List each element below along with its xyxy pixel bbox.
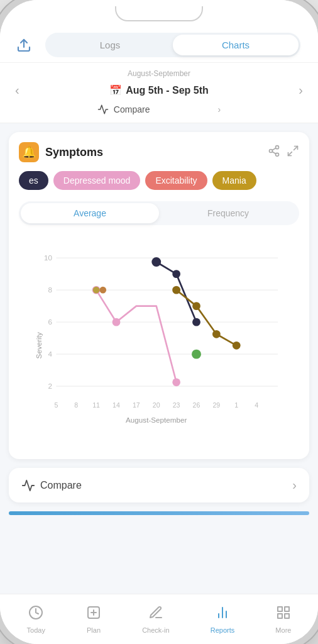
svg-text:August-September: August-September [126,416,187,424]
svg-text:23: 23 [173,401,180,409]
olive-dot [93,287,100,294]
tab-group: Logs Charts [45,33,300,57]
top-nav: Logs Charts [0,28,318,63]
notch [115,6,203,21]
toggle-frequency[interactable]: Frequency [159,203,297,223]
share-icon[interactable] [268,145,280,160]
tag-excitability[interactable]: Excitability [145,171,207,190]
dark-dot-3 [192,318,200,326]
symptoms-chart: Severity 10 8 6 4 2 5 8 [19,235,299,449]
date-range[interactable]: 📅 Aug 5th - Sep 5th [109,84,209,96]
gold-dot-4 [233,341,241,350]
compare-bottom-label: Compare [40,480,82,491]
symptoms-card: 🔔 Symptoms [9,132,309,459]
compare-card-bottom[interactable]: Compare › [9,468,309,502]
green-dot [192,350,201,359]
svg-text:4: 4 [48,350,53,358]
svg-line-4 [272,152,276,153]
svg-text:14: 14 [112,401,120,409]
svg-text:10: 10 [44,253,52,262]
dark-dot-2 [172,270,180,278]
next-arrow[interactable]: › [293,80,308,100]
today-label: Today [27,626,45,634]
nav-today[interactable]: Today [21,602,52,636]
svg-rect-40 [278,614,282,618]
content-area: August-September ‹ 📅 Aug 5th - Sep 5th ›… [0,63,318,594]
phone-frame: Logs Charts August-September ‹ 📅 Aug 5th… [0,0,318,644]
plan-icon [86,605,101,624]
svg-text:29: 29 [212,401,220,409]
tag-mania[interactable]: Mania [212,171,256,190]
compare-icon-top [97,104,109,115]
gold-dot-2 [192,302,200,310]
bottom-nav: Today Plan Check-in [0,594,318,644]
pink-dot-3 [172,378,180,386]
svg-text:5: 5 [54,401,58,409]
tag-es[interactable]: es [19,171,48,190]
card-actions [268,145,299,160]
checkin-icon [148,605,163,624]
compare-left: Compare [21,479,82,492]
tag-depressed-mood[interactable]: Depressed mood [53,171,141,190]
svg-text:8: 8 [48,286,53,294]
svg-text:26: 26 [193,401,200,409]
nav-reports[interactable]: Reports [204,602,241,636]
today-icon [28,605,43,624]
checkin-label: Check-in [142,626,169,634]
svg-text:Severity: Severity [35,332,43,358]
tab-charts[interactable]: Charts [173,35,299,55]
svg-rect-38 [278,607,282,611]
svg-text:4: 4 [255,401,258,409]
date-nav-row: ‹ 📅 Aug 5th - Sep 5th › [10,80,308,100]
more-label: More [275,626,291,634]
reports-label: Reports [211,626,235,634]
more-icon [276,605,291,624]
svg-rect-41 [285,614,289,618]
compare-top-arrow: › [217,104,221,114]
svg-text:6: 6 [48,318,53,326]
svg-text:11: 11 [92,401,100,409]
svg-rect-39 [285,607,289,611]
toggle-row: Average Frequency [19,201,299,225]
orange-dot [99,287,106,294]
pink-dot-2 [112,318,121,326]
chart-container: Severity 10 8 6 4 2 5 8 [19,235,299,449]
svg-text:8: 8 [74,401,78,409]
blue-progress-bar [9,511,309,515]
tab-logs[interactable]: Logs [47,35,173,55]
card-header: 🔔 Symptoms [19,142,299,162]
svg-line-6 [294,146,298,150]
svg-line-5 [272,148,276,150]
date-period-label: August-September [10,69,308,78]
dark-dot-1 [151,257,161,267]
compare-bottom-arrow: › [292,478,297,492]
date-range-text: Aug 5th - Sep 5th [126,85,209,96]
nav-plan[interactable]: Plan [80,602,107,636]
svg-text:2: 2 [48,382,53,390]
status-bar [0,0,318,28]
symptoms-icon: 🔔 [19,142,39,162]
reports-icon [215,605,230,624]
card-title-row: 🔔 Symptoms [19,142,103,162]
svg-text:17: 17 [133,401,140,409]
toggle-average[interactable]: Average [21,203,159,223]
svg-line-7 [288,152,292,155]
upload-icon[interactable] [13,34,35,57]
compare-top-row[interactable]: Compare › [10,100,308,116]
svg-text:20: 20 [153,401,160,409]
gold-dot-3 [212,330,221,338]
nav-checkin[interactable]: Check-in [136,602,175,636]
date-nav-section: August-September ‹ 📅 Aug 5th - Sep 5th ›… [0,63,318,123]
expand-icon[interactable] [287,145,299,160]
compare-icon-bottom [21,479,35,492]
card-title: Symptoms [45,146,103,159]
gold-dot-1 [172,286,180,294]
svg-text:1: 1 [234,401,238,409]
compare-top-label: Compare [114,104,150,114]
plan-label: Plan [87,626,101,634]
nav-more[interactable]: More [269,602,297,636]
prev-arrow[interactable]: ‹ [10,80,25,100]
calendar-icon: 📅 [109,84,122,96]
tags-row: es Depressed mood Excitability Mania [19,171,299,192]
